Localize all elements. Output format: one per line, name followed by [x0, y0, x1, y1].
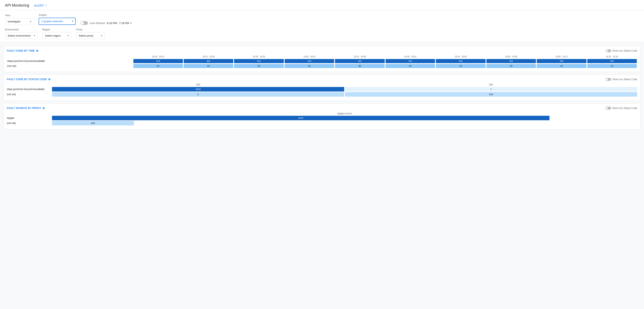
bar-cell: 441: [335, 59, 384, 63]
panel3-2xx-toggle[interactable]: [605, 107, 611, 110]
view-select[interactable]: investigate: [5, 18, 34, 25]
panel1-body: steps.json2xml.SourceUnavailable44446142…: [7, 59, 637, 69]
row-label: steps.json2xml.SourceUnavailable: [7, 59, 133, 64]
auto-refresh-toggle[interactable]: [80, 21, 88, 25]
table-cell: 421: [234, 59, 284, 64]
table-cell: 63: [284, 64, 334, 69]
region-label: Region: [42, 28, 71, 31]
row-label: (not set): [7, 64, 133, 69]
auto-refresh-row: Auto Refresh 6:18 PM - 7:18 PM ▼: [80, 21, 132, 25]
row-bars: 4418: [52, 116, 637, 120]
time-col-header: 18:42 - 18:48: [334, 55, 385, 59]
panel-fault-code-by-time: FAULT CODE BY TIME ⊞ Show 2xx Status Cod…: [3, 46, 641, 72]
region-select[interactable]: Select region: [42, 32, 71, 39]
time-range-selector[interactable]: 6:18 PM - 7:18 PM ▼: [107, 22, 132, 25]
bar-cell: 421: [234, 59, 284, 63]
panel2-2xx-label: Show 2xx Status Code: [612, 78, 637, 81]
bar-cell: 634: [52, 121, 134, 125]
table-row: (not set)64626563656263636463: [7, 64, 637, 69]
bar-cell: 441: [386, 59, 435, 63]
panel1-title-text: FAULT CODE BY TIME: [7, 49, 35, 52]
environment-select-wrapper: Select environment ▼: [5, 32, 38, 39]
table-cell: 65: [334, 64, 385, 69]
table-cell: 441: [334, 59, 385, 64]
time-col-header: 18:54 - 19:00: [436, 55, 486, 59]
alert-link[interactable]: ALERT ↗: [34, 4, 47, 7]
table-cell: 62: [385, 64, 436, 69]
table-cell: 63: [436, 64, 486, 69]
panel2-2xx-toggle[interactable]: [605, 78, 611, 81]
auto-refresh-label: Auto Refresh: [90, 22, 105, 25]
environment-select[interactable]: Select environment: [5, 32, 38, 39]
time-col-header: 18:36 - 18:42: [284, 55, 334, 59]
panel3-2xx-label: Show 2xx Status Code: [612, 107, 637, 110]
table-cell: 436: [436, 59, 486, 64]
bar-cell: 63: [284, 64, 334, 68]
panel1-title: FAULT CODE BY TIME ⊞: [7, 49, 38, 52]
panel1-show2xx: Show 2xx Status Code: [605, 49, 637, 52]
bar-cell: 0: [52, 92, 344, 97]
main-content: FAULT CODE BY TIME ⊞ Show 2xx Status Cod…: [0, 43, 644, 133]
list-item: (not set)634: [7, 121, 637, 125]
bar-cell: 64: [133, 64, 183, 68]
controls-section: View investigate ▼ Graphs 3 graphs selec…: [0, 10, 644, 43]
panel-fault-source-by-proxy: FAULT SOURCE BY PROXY ⊞ Show 2xx Status …: [3, 103, 641, 130]
proxy-control: Proxy Select proxy ▼: [76, 28, 105, 39]
panel3-col-header: apigee-errors: [52, 112, 637, 115]
panel3-info-icon[interactable]: ⊞: [42, 107, 45, 110]
panel3-col-headers-row: apigee-errors: [7, 112, 637, 115]
panel3-title-text: FAULT SOURCE BY PROXY: [7, 107, 41, 110]
panel-fault-code-by-status-code: FAULT CODE BY STATUS CODE ⊞ Show 2xx Sta…: [3, 74, 641, 101]
panel2-title: FAULT CODE BY STATUS CODE ⊞: [7, 78, 50, 81]
panel2-col-header: 500: [52, 83, 344, 86]
row-label: Apigee: [7, 117, 52, 119]
panel1-info-icon[interactable]: ⊞: [36, 49, 38, 52]
table-cell: 64: [536, 64, 587, 69]
bar-cell: 461: [184, 59, 233, 63]
time-col-header: 19:12 - 19:18: [587, 55, 637, 59]
table-cell: 443: [486, 59, 536, 64]
panel3-content: apigee-errorsApigee4418(not set)634: [7, 112, 637, 125]
bar-cell: 443: [486, 59, 536, 63]
bar-cell: 63: [486, 64, 536, 68]
table-cell: 461: [183, 59, 234, 64]
region-control: Region Select region ▼: [42, 28, 71, 39]
table-cell: 63: [486, 64, 536, 69]
panel1-2xx-toggle[interactable]: [605, 49, 611, 52]
table-row: steps.json2xml.SourceUnavailable44446142…: [7, 59, 637, 64]
row-label: (not set): [7, 93, 52, 96]
panel1-col-headers: 18:18 - 18:2418:24 - 18:3018:30 - 18:361…: [7, 55, 637, 59]
bar-cell: 0: [345, 87, 637, 92]
list-item: (not set)0634: [7, 92, 637, 97]
row-bars: 634: [52, 121, 637, 125]
graphs-select[interactable]: 3 graphs selected: [39, 18, 76, 25]
table-cell: 63: [587, 64, 637, 69]
panel2-info-icon[interactable]: ⊞: [48, 78, 50, 81]
time-col-header: 18:30 - 18:36: [234, 55, 284, 59]
table-cell: 444: [284, 59, 334, 64]
view-select-wrapper: investigate ▼: [5, 18, 34, 25]
table-cell: 445: [587, 59, 637, 64]
time-col-header: 19:00 - 19:06: [486, 55, 536, 59]
bar-cell: 63: [436, 64, 485, 68]
graphs-control: Graphs 3 graphs selected ▼: [39, 14, 76, 25]
bar-cell: 64: [537, 64, 586, 68]
list-item: steps.json2xml.SourceUnavailable44180: [7, 87, 637, 92]
time-col-header: 18:18 - 18:24: [133, 55, 183, 59]
view-control: View investigate ▼: [5, 14, 34, 25]
panel2-header: FAULT CODE BY STATUS CODE ⊞ Show 2xx Sta…: [7, 78, 637, 81]
bar-cell: 63: [587, 64, 637, 68]
proxy-select[interactable]: Select proxy: [76, 32, 105, 39]
panel2-title-text: FAULT CODE BY STATUS CODE: [7, 78, 47, 81]
panel1-row-label-header: [7, 55, 133, 59]
time-range-chevron-icon: ▼: [130, 22, 132, 24]
bar-cell: 444: [133, 59, 183, 63]
environment-label: Environment: [5, 28, 38, 31]
table-cell: 442: [536, 59, 587, 64]
bar-cell: 65: [335, 64, 384, 68]
bar-cell: 444: [284, 59, 334, 63]
proxy-label: Proxy: [76, 28, 105, 31]
external-link-icon: ↗: [45, 4, 47, 7]
time-col-header: 19:06 - 19:12: [536, 55, 587, 59]
list-item: Apigee4418: [7, 116, 637, 120]
